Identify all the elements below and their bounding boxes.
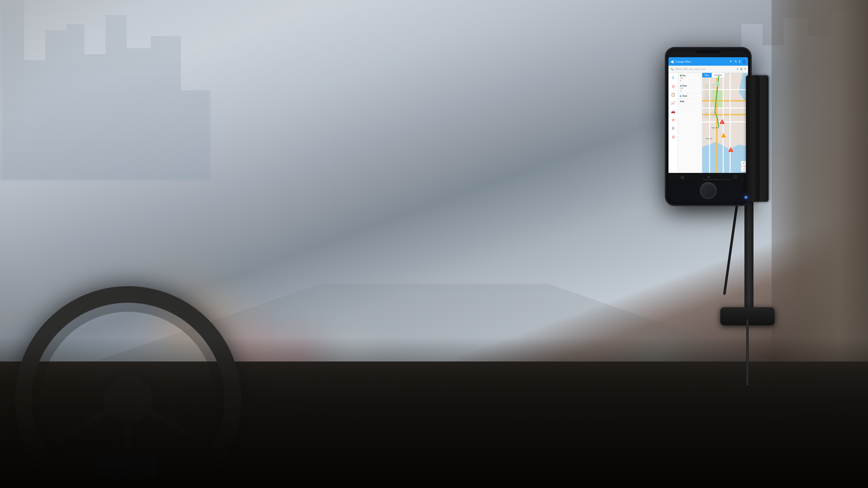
map-label-nyc: New York (711, 127, 719, 129)
search-dropdown-arrow[interactable]: ▼ (736, 68, 739, 70)
phone-device: ◀ Groups filter ▼ ↻ ℹ 👤 🔍 Vehicle, VIN, … (666, 48, 750, 205)
tab-map[interactable]: Map (702, 73, 712, 77)
sidebar-item-location[interactable]: ◎ (670, 83, 677, 90)
list-item[interactable]: fron 236 to (678, 83, 702, 93)
list-item[interactable]: ▶ fron (678, 93, 702, 99)
vehicle-name: Sa... (682, 74, 687, 77)
vehicle-list: Sa... 128 to fron 236 to ▶ (678, 73, 702, 181)
phone-screen: ◀ Groups filter ▼ ↻ ℹ 👤 🔍 Vehicle, VIN, … (669, 57, 748, 181)
map-marker-warning-red-2[interactable]: ! (727, 146, 734, 154)
svg-text:!: ! (730, 149, 731, 152)
tab-satellite[interactable]: Satellite (712, 73, 725, 77)
back-button[interactable]: ◀ (670, 59, 674, 64)
vehicle-name: fron (682, 84, 687, 87)
search-settings-icon[interactable]: ⚙ (740, 67, 743, 71)
nav-back-button[interactable]: ◁ (680, 175, 684, 180)
mount-led-indicator (744, 196, 747, 199)
app-header: ◀ Groups filter ▼ ↻ ℹ 👤 (669, 57, 748, 66)
map-road-v-3 (730, 73, 731, 181)
map-marker-green-1[interactable] (715, 82, 719, 86)
map-road-v-1 (709, 73, 710, 181)
list-item[interactable]: fron (678, 99, 702, 104)
sidebar-item-map[interactable]: ◎ (670, 133, 677, 140)
vehicle-detail: 236 (680, 87, 700, 90)
vehicle-name: fron (680, 100, 684, 103)
map-marker-warning-yellow[interactable]: ! (721, 132, 727, 139)
map-area: Map Satellite (702, 73, 748, 181)
vehicle-detail-extra: to (680, 90, 700, 92)
map-zoom-controls: + − (741, 161, 746, 172)
search-icon: 🔍 (670, 68, 674, 71)
vehicle-detail-extra: to (680, 79, 700, 82)
user-icon[interactable]: 👤 (742, 60, 746, 64)
sidebar-item-stop[interactable]: ⊘ (670, 116, 677, 124)
map-label-ny: New York (706, 138, 712, 139)
expand-arrow-icon: ▶ (680, 95, 682, 97)
map-block-4 (710, 92, 713, 98)
info-icon[interactable]: ℹ (739, 60, 740, 64)
list-item[interactable]: Sa... 128 to (678, 73, 702, 83)
phone-mount-base (720, 307, 775, 325)
app-sidebar: ℹ ◎ 📋 📈 🚗 ⊘ ⚙ ◎ (669, 73, 678, 181)
zoom-out-button[interactable]: − (741, 166, 746, 172)
map-road-v-2 (723, 73, 724, 181)
sidebar-item-package[interactable]: 📋 (670, 91, 677, 98)
search-settings-dropdown[interactable]: ▼ (744, 68, 746, 70)
refresh-icon[interactable]: ↻ (735, 60, 737, 64)
map-tabs: Map Satellite (702, 73, 725, 78)
car-interior-bottom (0, 337, 868, 488)
map-block-5 (705, 103, 708, 110)
app-content: ℹ ◎ 📋 📈 🚗 ⊘ ⚙ ◎ Sa... (669, 73, 748, 181)
app-main: Sa... 128 to fron 236 to ▶ (678, 73, 748, 181)
svg-text:!: ! (721, 121, 722, 124)
map-block-2 (711, 84, 715, 89)
app-title: Groups filter (675, 60, 730, 63)
nav-recents-button[interactable]: □ (734, 175, 736, 180)
zoom-in-button[interactable]: + (741, 161, 746, 166)
vehicle-detail: 128 (680, 77, 700, 79)
search-bar: 🔍 Vehicle, VIN, zone, route or ad ▼ ⚙ ▼ (669, 66, 748, 73)
map-marker-warning-red[interactable]: ! (719, 118, 725, 126)
sidebar-item-vehicle[interactable]: 🚗 (670, 108, 677, 115)
filter-dropdown-icon[interactable]: ▼ (730, 60, 732, 63)
phone-home-button[interactable] (700, 182, 717, 199)
sidebar-item-settings[interactable]: ⚙ (670, 125, 677, 132)
status-indicator (680, 85, 682, 87)
phone-mount-clamp-inner (746, 75, 760, 202)
sidebar-item-info[interactable]: ℹ (670, 74, 677, 82)
svg-text:!: ! (723, 134, 724, 137)
vehicle-name: fron (683, 95, 687, 97)
sidebar-item-chart[interactable]: 📈 (670, 99, 677, 107)
header-icons: ↻ ℹ 👤 (735, 60, 746, 64)
status-indicator (680, 75, 682, 76)
map-attribution: Map data ©2016 Google 2 km | Terms of Us… (703, 178, 730, 180)
phone-speaker (696, 51, 720, 53)
search-input[interactable]: Vehicle, VIN, zone, route or ad (675, 68, 735, 70)
